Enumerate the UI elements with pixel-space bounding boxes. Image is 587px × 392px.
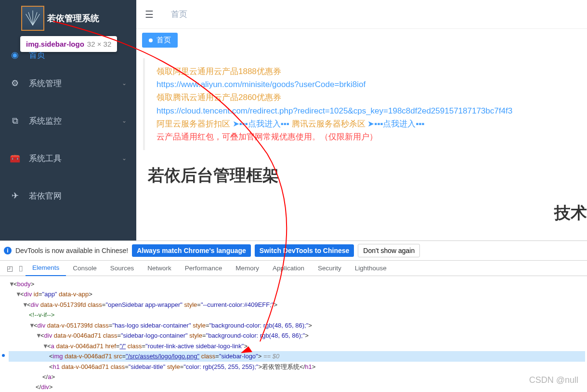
inspect-tool-icon[interactable]: ◰ bbox=[4, 263, 16, 274]
promo-line: 云产品通用红包，可叠加官网常规优惠使用。（仅限新用户） bbox=[157, 130, 587, 143]
devtools-notice: DevTools is now available in Chinese! bbox=[15, 247, 128, 254]
tab-application[interactable]: Application bbox=[266, 261, 311, 276]
tooltip-selector: img.sidebar-logo bbox=[26, 40, 84, 48]
promo-card: 领取阿里云通用云产品1888优惠券 https://www.aliyun.com… bbox=[143, 58, 587, 150]
promo-line: 领取腾讯云通用云产品2860优惠券 bbox=[157, 91, 587, 104]
tab-security[interactable]: Security bbox=[311, 261, 348, 276]
sidebar-item-system-monitor[interactable]: ⧉ 系统监控 ⌄ bbox=[0, 102, 136, 139]
tab-elements[interactable]: Elements bbox=[26, 261, 66, 276]
inspector-tooltip: img.sidebar-logo32 × 32 bbox=[20, 36, 117, 52]
devtools-tabs: ◰ ⌷ Elements Console Sources Network Per… bbox=[0, 261, 587, 276]
tab-performance[interactable]: Performance bbox=[178, 261, 229, 276]
match-language-button[interactable]: Always match Chrome's language bbox=[132, 244, 251, 257]
chevron-down-icon: ⌄ bbox=[122, 80, 127, 87]
sidebar-logo bbox=[21, 6, 44, 31]
gear-icon: ⚙ bbox=[10, 78, 20, 89]
topbar: ☰ 首页 bbox=[136, 0, 587, 29]
tab-sources[interactable]: Sources bbox=[104, 261, 141, 276]
device-toolbar-icon[interactable]: ⌷ bbox=[16, 263, 26, 274]
sidebar-item-official-site[interactable]: ✈ 若依官网 bbox=[0, 177, 136, 215]
devtools-panel: i DevTools is now available in Chinese! … bbox=[0, 240, 587, 392]
promo-line: 阿里云服务器折扣区 ➤▪▪▪点我进入▪▪▪ 腾讯云服务器秒杀区 ➤▪▪▪点我进入… bbox=[157, 117, 587, 130]
chevron-down-icon: ⌄ bbox=[122, 117, 127, 124]
switch-chinese-button[interactable]: Switch DevTools to Chinese bbox=[255, 244, 354, 257]
sidebar: 若依管理系统 img.sidebar-logo32 × 32 ◉ 首页 ⚙ 系统… bbox=[0, 0, 136, 240]
breadcrumb[interactable]: 首页 bbox=[171, 9, 187, 20]
app-title: 若依管理系统 bbox=[47, 13, 99, 24]
tab-memory[interactable]: Memory bbox=[229, 261, 266, 276]
sidebar-logo-container[interactable]: 若依管理系统 bbox=[0, 0, 136, 31]
leaf-icon bbox=[24, 10, 41, 27]
dont-show-button[interactable]: Don't show again bbox=[358, 244, 420, 257]
devtools-notice-bar: i DevTools is now available in Chinese! … bbox=[0, 241, 587, 261]
tabs-row: 首页 bbox=[136, 29, 587, 51]
info-icon: i bbox=[4, 247, 12, 254]
dom-tree[interactable]: ▼<body> ▼<div id="app" data-v-app> ▼<div… bbox=[0, 276, 587, 392]
tech-title: 技术 bbox=[554, 202, 587, 224]
dashboard-icon: ◉ bbox=[10, 50, 20, 60]
selected-dom-node[interactable]: <img data-v-0046ad71 src="/src/assets/lo… bbox=[9, 351, 585, 361]
paper-plane-icon: ✈ bbox=[10, 190, 20, 201]
promo-link[interactable]: https://www.aliyun.com/minisite/goods?us… bbox=[157, 78, 587, 91]
hamburger-icon[interactable]: ☰ bbox=[145, 9, 154, 20]
tab-lighthouse[interactable]: Lighthouse bbox=[348, 261, 393, 276]
monitor-icon: ⧉ bbox=[10, 116, 20, 126]
page-title: 若依后台管理框架 bbox=[148, 164, 587, 187]
toolbox-icon: 🧰 bbox=[10, 153, 20, 164]
promo-line: 领取阿里云通用云产品1888优惠券 bbox=[157, 65, 587, 78]
tooltip-dims: 32 × 32 bbox=[87, 40, 111, 48]
main-content: ☰ 首页 首页 领取阿里云通用云产品1888优惠券 https://www.al… bbox=[136, 0, 587, 240]
tab-home[interactable]: 首页 bbox=[142, 33, 178, 48]
tab-console[interactable]: Console bbox=[66, 261, 104, 276]
sidebar-item-system-tools[interactable]: 🧰 系统工具 ⌄ bbox=[0, 139, 136, 177]
chevron-down-icon: ⌄ bbox=[122, 155, 127, 162]
tab-network[interactable]: Network bbox=[141, 261, 178, 276]
promo-link[interactable]: https://cloud.tencent.com/redirect.php?r… bbox=[157, 104, 587, 117]
sidebar-item-system-manage[interactable]: ⚙ 系统管理 ⌄ bbox=[0, 64, 136, 102]
